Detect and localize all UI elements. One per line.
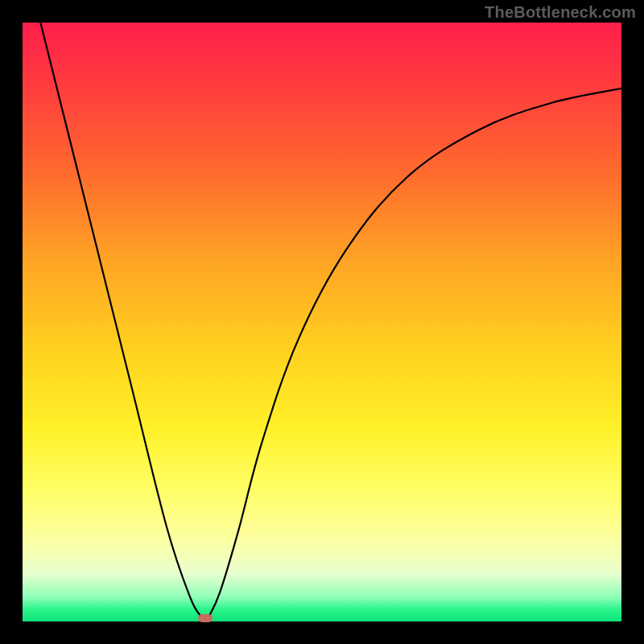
chart-stage: TheBottleneck.com	[0, 0, 644, 644]
curve-path	[40, 23, 621, 621]
plot-area	[23, 23, 621, 621]
curve-svg	[23, 23, 621, 621]
watermark-text: TheBottleneck.com	[485, 3, 636, 22]
dip-marker	[198, 614, 213, 622]
